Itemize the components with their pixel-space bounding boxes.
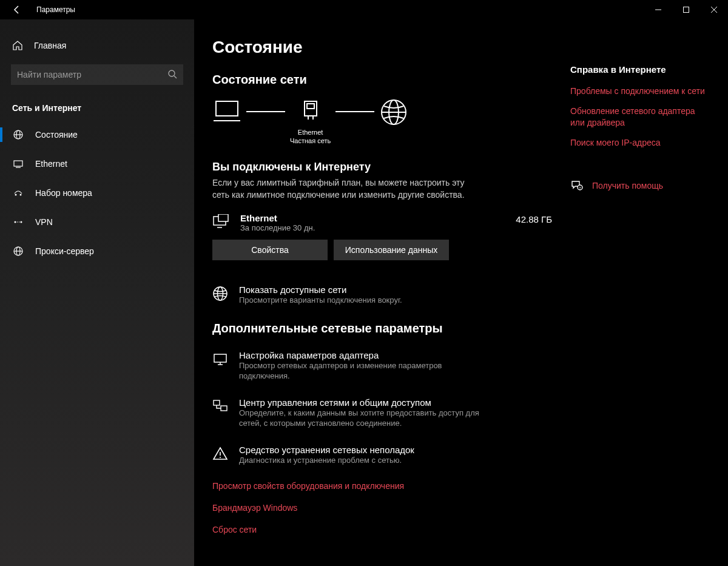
- status-icon: [12, 129, 24, 140]
- warning-icon: [212, 446, 229, 462]
- maximize-button[interactable]: [672, 0, 700, 19]
- sidebar-section-title: Сеть и Интернет: [0, 97, 194, 120]
- hw-props-link[interactable]: Просмотр свойств оборудования и подключе…: [212, 481, 552, 491]
- data-usage-button[interactable]: Использование данных: [334, 240, 449, 260]
- help-link-ip[interactable]: Поиск моего IP-адреса: [570, 137, 710, 149]
- help-header: Справка в Интернете: [570, 64, 710, 75]
- nav-item-status[interactable]: Состояние: [0, 120, 194, 149]
- svg-rect-34: [214, 354, 226, 362]
- svg-rect-9: [14, 161, 22, 166]
- vpn-icon: [12, 217, 24, 227]
- svg-line-5: [174, 76, 177, 78]
- ethernet-icon: [12, 158, 24, 169]
- sharing-desc: Определите, к каким данным вы хотите пре…: [239, 408, 482, 429]
- help-link-connection[interactable]: Проблемы с подключением к сети: [570, 86, 710, 97]
- minimize-icon: [655, 7, 661, 13]
- svg-point-11: [15, 194, 17, 196]
- sharing-icon: [212, 399, 229, 414]
- sharing-title: Центр управления сетями и общим доступом: [239, 397, 482, 408]
- troubleshoot-item[interactable]: Средство устранения сетевых неполадок Ди…: [212, 445, 552, 466]
- chat-help-icon: ?: [570, 179, 585, 192]
- page-title: Состояние: [212, 38, 552, 57]
- home-nav-item[interactable]: Главная: [0, 34, 194, 57]
- adapter-desc: Просмотр сетевых адаптеров и изменение п…: [239, 360, 482, 382]
- diagram-mid-label1: Ethernet: [290, 128, 331, 136]
- nic-icon: [300, 98, 322, 124]
- adapter-title: Настройка параметров адаптера: [239, 350, 482, 360]
- search-input[interactable]: [11, 64, 183, 85]
- connection-row: Ethernet За последние 30 дн. 42.88 ГБ: [212, 213, 552, 232]
- diagram-mid-label2: Частная сеть: [290, 136, 331, 145]
- svg-point-40: [220, 457, 221, 458]
- properties-button[interactable]: Свойства: [212, 240, 328, 260]
- globe-icon: [379, 98, 408, 127]
- nav-item-label: VPN: [35, 217, 53, 227]
- svg-point-12: [20, 194, 22, 196]
- adapter-icon: [212, 351, 229, 367]
- available-desc: Просмотрите варианты подключения вокруг.: [239, 295, 402, 306]
- titlebar: Параметры: [0, 0, 728, 19]
- troubleshoot-title: Средство устранения сетевых неполадок: [239, 445, 414, 455]
- proxy-icon: [12, 246, 24, 257]
- monitor-icon: [212, 214, 232, 231]
- get-help-label: Получить помощь: [592, 181, 663, 190]
- nav-item-label: Состояние: [35, 130, 78, 140]
- sidebar: Главная Сеть и Интернет Состояние Ethern…: [0, 19, 194, 566]
- adapter-settings-item[interactable]: Настройка параметров адаптера Просмотр с…: [212, 350, 552, 382]
- svg-rect-37: [214, 400, 220, 405]
- svg-rect-38: [221, 406, 227, 411]
- nav-item-proxy[interactable]: Прокси-сервер: [0, 237, 194, 266]
- help-link-driver[interactable]: Обновление сетевого адаптера или драйвер…: [570, 106, 710, 129]
- back-button[interactable]: [5, 0, 29, 19]
- maximize-icon: [683, 7, 689, 13]
- connection-usage: 42.88 ГБ: [516, 213, 552, 224]
- minimize-button[interactable]: [644, 0, 672, 19]
- globe-small-icon: [212, 286, 229, 302]
- close-icon: [711, 7, 717, 13]
- svg-rect-22: [307, 104, 314, 109]
- connection-sub: За последние 30 дн.: [240, 223, 516, 232]
- nav-item-label: Ethernet: [35, 159, 67, 169]
- troubleshoot-desc: Диагностика и устранение проблем с сетью…: [239, 455, 414, 466]
- computer-icon: [212, 98, 241, 124]
- svg-point-4: [169, 70, 175, 76]
- network-reset-link[interactable]: Сброс сети: [212, 525, 552, 534]
- net-status-heading: Состояние сети: [212, 73, 552, 87]
- svg-rect-29: [218, 214, 228, 221]
- connected-title: Вы подключены к Интернету: [212, 161, 552, 174]
- advanced-heading: Дополнительные сетевые параметры: [212, 322, 552, 335]
- svg-rect-1: [684, 7, 689, 13]
- home-label: Главная: [34, 41, 66, 50]
- available-networks-item[interactable]: Показать доступные сети Просмотрите вари…: [212, 285, 552, 306]
- dialup-icon: [12, 187, 24, 198]
- network-diagram: Ethernet Частная сеть: [212, 98, 552, 146]
- nav-item-label: Прокси-сервер: [35, 246, 94, 256]
- arrow-left-icon: [12, 5, 22, 15]
- home-icon: [12, 40, 24, 51]
- connection-name: Ethernet: [240, 213, 516, 223]
- nav-item-dialup[interactable]: Набор номера: [0, 178, 194, 207]
- sharing-center-item[interactable]: Центр управления сетями и общим доступом…: [212, 397, 552, 429]
- close-button[interactable]: [700, 0, 728, 19]
- get-help-item[interactable]: ? Получить помощь: [570, 179, 710, 192]
- available-title: Показать доступные сети: [239, 285, 402, 295]
- window-title: Параметры: [36, 5, 75, 14]
- firewall-link[interactable]: Брандмауэр Windows: [212, 503, 552, 513]
- nav-item-ethernet[interactable]: Ethernet: [0, 149, 194, 178]
- nav-item-label: Набор номера: [35, 188, 92, 198]
- svg-rect-19: [216, 101, 238, 116]
- nav-item-vpn[interactable]: VPN: [0, 207, 194, 237]
- search-icon: [167, 69, 177, 79]
- connected-desc: Если у вас лимитный тарифный план, вы мо…: [212, 177, 467, 201]
